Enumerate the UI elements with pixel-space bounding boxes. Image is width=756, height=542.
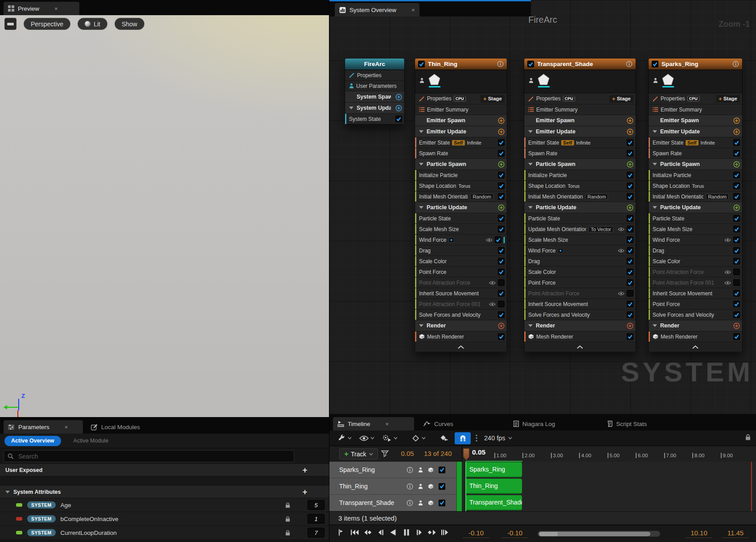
snap-magnet-button[interactable] xyxy=(455,432,471,444)
filter-icon[interactable] xyxy=(381,450,389,459)
expanded-triangle-icon[interactable] xyxy=(419,130,423,133)
module-spawn-rate[interactable]: Spawn Rate xyxy=(649,148,742,159)
module-particle-state[interactable]: Particle State xyxy=(524,213,636,224)
module-enabled-checkbox[interactable] xyxy=(498,279,505,286)
search-input[interactable] xyxy=(17,452,290,460)
add-stage-item-icon[interactable] xyxy=(498,128,505,135)
module-enabled-checkbox[interactable] xyxy=(733,290,740,297)
info-icon[interactable] xyxy=(626,61,633,67)
module-enabled-checkbox[interactable] xyxy=(498,301,505,307)
section-header-user-exposed[interactable]: User Exposed+ xyxy=(0,464,329,476)
tab-local-modules[interactable]: Local Modules xyxy=(86,420,144,434)
expanded-triangle-icon[interactable] xyxy=(653,206,657,209)
module-enabled-checkbox[interactable] xyxy=(627,247,633,254)
tab-script-stats[interactable]: Script Stats xyxy=(602,417,651,430)
track-clip-area[interactable]: Sparks_RingThin_RingTransparent_Shade xyxy=(462,462,756,511)
add-stage-button[interactable]: +Stage xyxy=(716,95,740,103)
playback-start-field[interactable]: -0.10 xyxy=(463,529,489,538)
module-scale-mesh-size[interactable]: Scale Mesh Size xyxy=(524,235,636,245)
module-point-force[interactable]: Point Force xyxy=(415,267,507,277)
next-key-button[interactable] xyxy=(428,529,437,536)
add-stage-button[interactable]: +Stage xyxy=(481,95,505,103)
module-scale-mesh-size[interactable]: Scale Mesh Size xyxy=(415,224,507,235)
module-enabled-checkbox[interactable] xyxy=(733,333,740,340)
add-stage-item-icon[interactable] xyxy=(733,204,740,211)
module-enabled-checkbox[interactable] xyxy=(498,193,505,200)
track-row-thin-ring[interactable]: Thin_Ring xyxy=(329,478,456,495)
tab-parameters[interactable]: Parameters × xyxy=(4,420,83,434)
module-enabled-checkbox[interactable] xyxy=(627,182,633,189)
add-stage-item-icon[interactable] xyxy=(627,161,633,168)
stage-render[interactable]: Render xyxy=(415,320,507,331)
module-solve-forces-and-velocity[interactable]: Solve Forces and Velocity xyxy=(524,310,636,320)
close-icon[interactable]: × xyxy=(411,7,415,13)
collapse-triangle-icon[interactable] xyxy=(5,491,10,493)
parameter-row-currentloopduration[interactable]: SYSTEMCurrentLoopDuration7 xyxy=(0,526,329,540)
expanded-triangle-icon[interactable] xyxy=(653,130,657,133)
add-stage-item-icon[interactable] xyxy=(733,128,740,135)
module-scale-color[interactable]: Scale Color xyxy=(524,267,636,277)
step-forward-button[interactable] xyxy=(415,529,424,536)
module-enabled-checkbox[interactable] xyxy=(733,301,740,307)
module-properties[interactable]: PropertiesCPU+Stage xyxy=(649,93,742,104)
expanded-triangle-icon[interactable] xyxy=(528,130,533,133)
module-initial-mesh-orientation[interactable]: Initial Mesh OrientationRandom xyxy=(649,191,742,202)
current-time-field[interactable]: 0.05 xyxy=(393,450,422,457)
scrollbar-thumb[interactable] xyxy=(539,532,650,536)
playback-options-button[interactable] xyxy=(337,433,353,443)
stage-render[interactable]: Render xyxy=(524,320,636,331)
timeline-ruler[interactable]: 0.05 1.002.003.004.005.006.007.008.009.0… xyxy=(462,446,756,462)
module-enabled-checkbox[interactable] xyxy=(498,172,505,178)
module-properties[interactable]: PropertiesCPU+Stage xyxy=(415,93,507,104)
module-enabled-checkbox[interactable] xyxy=(627,215,633,222)
lock-icon[interactable] xyxy=(745,434,751,442)
playhead-line[interactable] xyxy=(465,462,466,511)
collapse-node-button[interactable] xyxy=(524,342,636,352)
module-inherit-source-movement[interactable]: Inherit Source Movement xyxy=(415,288,507,299)
visibility-eye-icon[interactable] xyxy=(489,302,496,306)
add-stage-item-icon[interactable] xyxy=(498,117,505,124)
clip-transparent-shade[interactable]: Transparent_Shade xyxy=(465,495,522,510)
stage-render[interactable]: Render xyxy=(649,320,742,331)
viewport-3d[interactable]: Perspective Lit Show Z X xyxy=(0,15,329,417)
module-enabled-checkbox[interactable] xyxy=(627,193,633,200)
visibility-eye-icon[interactable] xyxy=(618,248,625,253)
stage-emitter-update[interactable]: Emitter Update xyxy=(649,126,742,137)
module-enabled-checkbox[interactable] xyxy=(733,311,740,318)
module-system-state[interactable]: System State xyxy=(345,114,404,124)
previous-key-button[interactable] xyxy=(363,529,372,536)
module-enabled-checkbox[interactable] xyxy=(498,247,505,254)
module-enabled-checkbox[interactable] xyxy=(627,279,633,286)
stage-particle-update[interactable]: Particle Update xyxy=(415,202,507,213)
module-initial-mesh-orientation[interactable]: Initial Mesh OrientationRandom xyxy=(524,191,636,202)
close-icon[interactable]: × xyxy=(65,424,68,430)
playhead-handle[interactable] xyxy=(463,448,469,460)
module-enabled-checkbox[interactable] xyxy=(733,279,740,286)
module-initialize-particle[interactable]: Initialize Particle xyxy=(415,170,507,181)
add-stage-item-icon[interactable] xyxy=(733,323,740,329)
expanded-triangle-icon[interactable] xyxy=(528,324,533,327)
view-end-field[interactable]: 10.10 xyxy=(686,529,712,538)
add-stage-item-icon[interactable] xyxy=(498,323,505,329)
module-enabled-checkbox[interactable] xyxy=(627,139,633,146)
module-particle-state[interactable]: Particle State xyxy=(649,213,742,224)
module-emitter-summary[interactable]: Emitter Summary xyxy=(415,104,507,115)
tab-preview[interactable]: Preview × xyxy=(4,2,79,15)
module-solve-forces-and-velocity[interactable]: Solve Forces and Velocity xyxy=(649,310,742,320)
stage-particle-update[interactable]: Particle Update xyxy=(524,202,636,213)
module-enabled-checkbox[interactable] xyxy=(733,236,740,243)
module-enabled-checkbox[interactable] xyxy=(495,236,501,243)
module-enabled-checkbox[interactable] xyxy=(627,236,633,243)
module-emitter-summary[interactable]: Emitter Summary xyxy=(524,104,636,115)
stage-emitter-update[interactable]: Emitter Update xyxy=(524,126,636,137)
module-drag[interactable]: Drag xyxy=(649,245,742,256)
module-enabled-checkbox[interactable] xyxy=(733,269,740,275)
tab-curves[interactable]: Curves xyxy=(419,417,458,430)
module-point-attraction-force-001[interactable]: Point Attraction Force 001 xyxy=(649,277,742,288)
add-stage-item-icon[interactable] xyxy=(627,323,633,329)
clip-sparks-ring[interactable]: Sparks_Ring xyxy=(465,462,522,477)
emitter-enabled-checkbox[interactable] xyxy=(652,61,658,67)
stage-emitter-spawn[interactable]: Emitter Spawn xyxy=(415,115,507,126)
module-enabled-checkbox[interactable] xyxy=(733,215,740,222)
module-enabled-checkbox[interactable] xyxy=(733,182,740,189)
